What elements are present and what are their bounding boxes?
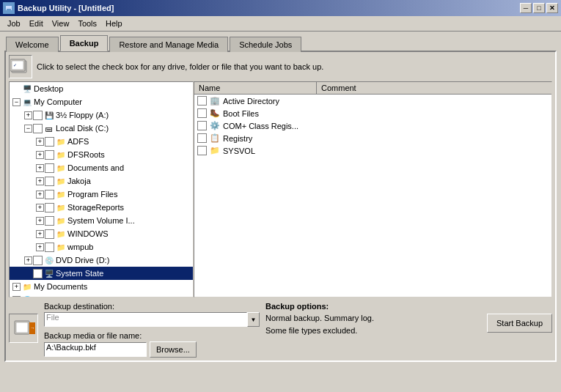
detail-cb-sysvol[interactable] (197, 146, 207, 155)
tree-node-localdisk: − 🖴 Local Disk (C:) (10, 122, 193, 135)
node-label-mycomputer: My Computer (34, 97, 82, 106)
checkbox-floppy[interactable] (33, 111, 43, 120)
maximize-button[interactable]: □ (533, 3, 545, 13)
detail-cb-registry[interactable] (197, 133, 207, 143)
checkbox-systemstate[interactable] (33, 269, 43, 278)
detail-cb-activedirectory[interactable] (197, 96, 207, 106)
node-label-jakoja: Jakoja (67, 177, 91, 185)
detail-item-sysvol[interactable]: 📁 SYSVOL (194, 144, 551, 157)
expand-floppy[interactable]: + (24, 111, 32, 119)
expand-documents[interactable]: + (36, 164, 44, 172)
tab-backup[interactable]: Backup (60, 35, 109, 51)
info-text: Click to select the check box for any dr… (37, 62, 323, 71)
expand-dfsroots[interactable]: + (36, 151, 44, 159)
expand-mydocuments[interactable]: + (12, 283, 21, 291)
svg-rect-2 (7, 9, 11, 10)
node-label-floppy: 3½ Floppy (A:) (56, 111, 109, 119)
expand-windows[interactable]: + (36, 230, 44, 238)
svg-text:→: → (30, 325, 35, 330)
node-label-programfiles: Program Files (67, 190, 117, 199)
col-name: Name (194, 82, 317, 94)
storagereports-icon: 📁 (55, 201, 67, 213)
scroll-left[interactable]: ◄ (10, 297, 20, 298)
panels-area: 🖥️ Desktop − 💻 My Computer + (9, 81, 552, 297)
detail-label-activedirectory: Active Directory (223, 97, 279, 106)
window-controls: ─ □ ✕ (520, 3, 558, 13)
tree-node-storagereports: + 📁 StorageReports (10, 201, 193, 214)
expand-wmpub[interactable]: + (36, 243, 44, 251)
backup-media-input[interactable]: A:\Backup.bkf (44, 342, 147, 357)
detail-item-registry[interactable]: 📋 Registry (194, 132, 551, 144)
checkbox-dfsroots[interactable] (45, 150, 54, 160)
tree-node-wmpub: + 📁 wmpub (10, 240, 193, 254)
tree-node-desktop: 🖥️ Desktop (10, 82, 193, 95)
checkbox-wmpub[interactable] (45, 243, 54, 252)
expand-localdisk[interactable]: − (24, 125, 32, 133)
menu-tools[interactable]: Tools (73, 18, 101, 29)
node-label-mynetwork: My Network Places (34, 295, 103, 297)
expand-adfs[interactable]: + (36, 138, 44, 146)
backup-dest-field: File ▼ (44, 312, 260, 327)
backup-options-line2: Some file types excluded. (265, 325, 481, 337)
menu-job[interactable]: Job (3, 18, 25, 29)
checkbox-localdisk[interactable] (33, 124, 43, 133)
tab-welcome[interactable]: Welcome (6, 37, 59, 52)
dfsroots-icon: 📁 (55, 149, 67, 160)
tree-node-systemstate: 🖥️ System State (10, 267, 193, 280)
detail-item-bootfiles[interactable]: 🥾 Boot Files (194, 107, 551, 119)
svg-text:✓: ✓ (13, 63, 17, 67)
tree-node-systemvolume: + 📁 System Volume I... (10, 214, 193, 227)
expand-jakoja[interactable]: + (36, 177, 44, 185)
detail-item-activedirectory[interactable]: 🏢 Active Directory (194, 95, 551, 107)
checkbox-storagereports[interactable] (45, 203, 54, 212)
desktop-icon: 🖥️ (21, 83, 33, 95)
tree-node-adfs: + 📁 ADFS (10, 135, 193, 148)
checkbox-documents[interactable] (45, 163, 54, 173)
node-label-storagereports: StorageReports (67, 203, 124, 212)
detail-cb-bootfiles[interactable] (197, 108, 207, 118)
tree-panel[interactable]: 🖥️ Desktop − 💻 My Computer + (9, 81, 194, 297)
tab-schedule[interactable]: Schedule Jobs (230, 37, 301, 52)
adfs-icon: 📁 (55, 136, 67, 147)
tree-hscroll[interactable]: ◄ ► (10, 297, 193, 297)
detail-cb-complus[interactable] (197, 121, 207, 130)
scroll-right[interactable]: ► (183, 297, 193, 298)
expand-programfiles[interactable]: + (36, 191, 44, 199)
tree-node-jakoja: + 📁 Jakoja (10, 174, 193, 188)
svg-rect-9 (16, 322, 28, 333)
checkbox-windows[interactable] (45, 229, 54, 239)
browse-button[interactable]: Browse... (150, 341, 197, 358)
checkbox-adfs[interactable] (45, 137, 54, 147)
tree-node-dfsroots: + 📁 DFSRoots (10, 148, 193, 161)
expand-dvd[interactable]: + (24, 256, 32, 265)
close-button[interactable]: ✕ (546, 3, 558, 13)
backup-dest-dropdown[interactable]: ▼ (247, 312, 260, 327)
app-title: Backup Utility - [Untitled] (18, 4, 114, 12)
programfiles-icon: 📁 (55, 188, 67, 200)
expand-storagereports[interactable]: + (36, 204, 44, 212)
tab-restore[interactable]: Restore and Manage Media (109, 37, 228, 52)
minimize-button[interactable]: ─ (520, 3, 532, 13)
menu-bar: Job Edit View Tools Help (0, 16, 561, 32)
expand-systemvolume[interactable]: + (36, 217, 44, 225)
expand-mycomputer[interactable]: − (12, 98, 21, 106)
tree-node-documents: + 📁 Documents and (10, 161, 193, 174)
checkbox-programfiles[interactable] (45, 190, 54, 199)
detail-item-complus[interactable]: ⚙️ COM+ Class Regis... (194, 119, 551, 132)
tab-bar: Welcome Backup Restore and Manage Media … (0, 32, 561, 51)
node-label-wmpub: wmpub (67, 243, 93, 251)
menu-edit[interactable]: Edit (25, 18, 48, 29)
menu-help[interactable]: Help (101, 18, 127, 29)
checkbox-dvd[interactable] (33, 256, 43, 265)
node-label-dvd: DVD Drive (D:) (56, 256, 109, 265)
tree-node-windows: + 📁 WINDOWS (10, 227, 193, 240)
tree-scroll[interactable]: 🖥️ Desktop − 💻 My Computer + (10, 82, 193, 297)
checkbox-systemvolume[interactable] (45, 216, 54, 226)
backup-dest-input[interactable]: File (44, 312, 247, 327)
documents-icon: 📁 (55, 162, 67, 174)
info-bar: ✓ Click to select the check box for any … (9, 55, 552, 78)
checkbox-jakoja[interactable] (45, 177, 54, 186)
tree-node-mycomputer: − 💻 My Computer (10, 95, 193, 108)
start-backup-button[interactable]: Start Backup (487, 314, 552, 333)
menu-view[interactable]: View (48, 18, 74, 29)
